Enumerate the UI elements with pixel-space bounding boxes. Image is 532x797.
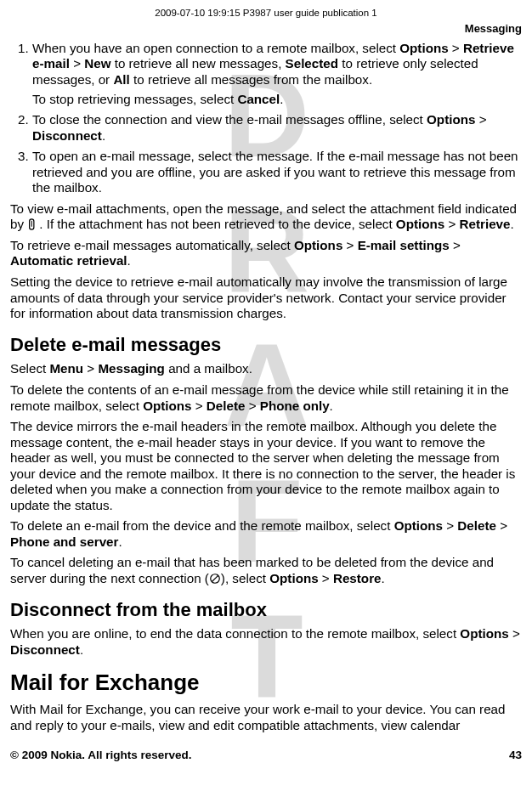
sep: > xyxy=(319,571,333,585)
attachment-icon xyxy=(27,218,39,230)
text: . xyxy=(102,128,105,143)
heading-mail-for-exchange: Mail for Exchange xyxy=(10,670,522,697)
bold: Messaging xyxy=(98,361,165,376)
text: to retrieve all messages from the mailbo… xyxy=(130,72,372,87)
bold: Retrieve xyxy=(460,217,511,231)
marked-delete-icon xyxy=(209,573,221,585)
text: To stop retrieving messages, select xyxy=(32,92,237,106)
paragraph-del3: The device mirrors the e-mail headers in… xyxy=(10,419,522,513)
sep: > xyxy=(70,56,84,71)
bold: Phone only xyxy=(260,398,330,413)
page-number: 43 xyxy=(509,749,522,762)
step-1-sub: To stop retrieving messages, select Canc… xyxy=(32,92,522,108)
sep: > xyxy=(475,112,486,127)
paragraph-del5: To cancel deleting an e-mail that has be… xyxy=(10,555,522,586)
paragraph-disconnect: When you are online, to end the data con… xyxy=(10,626,522,658)
bold: Options xyxy=(269,571,318,585)
text: . xyxy=(118,534,122,549)
bold: All xyxy=(113,72,129,87)
text: . xyxy=(382,571,385,585)
sep: > xyxy=(509,626,520,641)
text: To close the connection and view the e-m… xyxy=(32,112,427,127)
bold: Menu xyxy=(49,361,83,376)
text: . xyxy=(330,398,333,413)
text: To open an e-mail message, select the me… xyxy=(32,149,518,195)
text: ), select xyxy=(221,571,269,585)
step-3: To open an e-mail message, select the me… xyxy=(32,149,522,196)
paragraph-attachments: To view e-mail attachments, open the mes… xyxy=(10,201,522,233)
text: . xyxy=(80,642,83,657)
paragraph-del4: To delete an e-mail from the device and … xyxy=(10,518,522,550)
text: and a mailbox. xyxy=(165,361,252,376)
bold: Options xyxy=(143,398,191,413)
step-2: To close the connection and view the e-m… xyxy=(32,112,522,144)
bold: Options xyxy=(394,518,443,533)
bold: New xyxy=(84,56,110,71)
bold: Disconnect xyxy=(10,642,80,657)
sep: > xyxy=(496,518,507,533)
bold: Selected xyxy=(286,56,338,71)
sep: > xyxy=(450,238,461,252)
bold: E-mail settings xyxy=(358,238,450,252)
text: . If the attachment has not been retriev… xyxy=(39,217,396,231)
heading-disconnect: Disconnect from the mailbox xyxy=(10,599,522,622)
bold: Automatic retrieval xyxy=(10,253,127,268)
sep: > xyxy=(245,398,259,413)
bold: Delete xyxy=(457,518,496,533)
bold: Options xyxy=(460,626,508,641)
sep: > xyxy=(443,518,457,533)
sep: > xyxy=(83,361,98,376)
text: To retrieve e-mail messages automaticall… xyxy=(10,238,294,252)
text: When you are online, to end the data con… xyxy=(10,626,460,641)
paragraph-del1: Select Menu > Messaging and a mailbox. xyxy=(10,361,522,377)
bold: Options xyxy=(427,112,475,127)
text: . xyxy=(127,253,131,268)
text: to retrieve all new messages, xyxy=(110,56,285,71)
page-footer: © 2009 Nokia. All rights reserved. 43 xyxy=(10,749,522,762)
heading-delete-email: Delete e-mail messages xyxy=(10,334,522,357)
sep: > xyxy=(449,41,463,55)
text: To delete an e-mail from the device and … xyxy=(10,518,394,533)
text: When you have an open connection to a re… xyxy=(32,41,399,55)
paragraph-auto-note: Setting the device to retrieve e-mail au… xyxy=(10,274,522,322)
sep: > xyxy=(444,217,459,231)
paragraph-mfe: With Mail for Exchange, you can receive … xyxy=(10,702,522,733)
text: . xyxy=(280,92,283,106)
bold: Phone and server xyxy=(10,534,118,549)
paragraph-del2: To delete the contents of an e-mail mess… xyxy=(10,382,522,414)
step-1-text: When you have an open connection to a re… xyxy=(32,41,514,87)
numbered-steps: When you have an open connection to a re… xyxy=(10,41,522,196)
sep: > xyxy=(192,398,207,413)
bold: Disconnect xyxy=(32,128,102,143)
copyright-text: © 2009 Nokia. All rights reserved. xyxy=(10,749,192,762)
bold: Restore xyxy=(333,571,382,585)
text: Select xyxy=(10,361,49,376)
paragraph-auto-retrieval: To retrieve e-mail messages automaticall… xyxy=(10,238,522,269)
bold: Delete xyxy=(207,398,246,413)
sep: > xyxy=(342,238,357,252)
step-1: When you have an open connection to a re… xyxy=(32,41,522,107)
section-label: Messaging xyxy=(10,22,522,36)
bold: Options xyxy=(399,41,448,55)
bold: Options xyxy=(396,217,444,231)
bold: Options xyxy=(294,238,342,252)
text: . xyxy=(511,217,514,231)
bold: Cancel xyxy=(237,92,280,106)
document-header-meta: 2009-07-10 19:9:15 P3987 user guide publ… xyxy=(10,7,522,19)
